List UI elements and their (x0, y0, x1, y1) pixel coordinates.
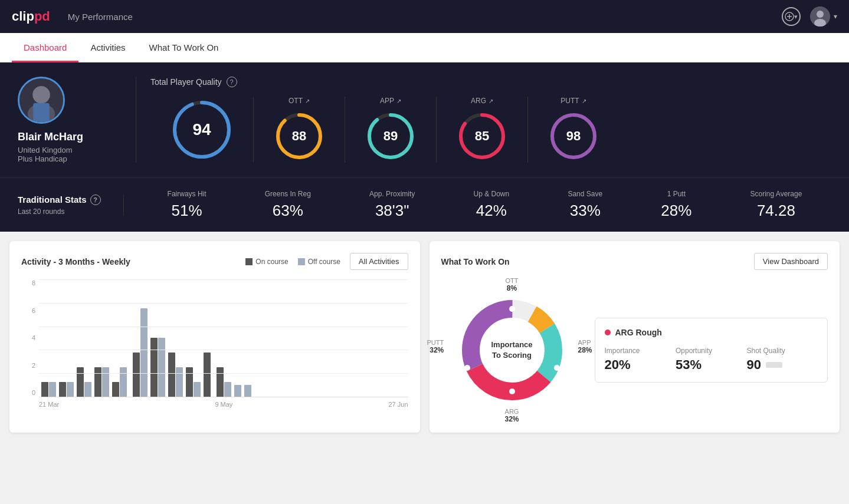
stat-proximity-label: App. Proximity (369, 190, 415, 198)
stat-scoring: Scoring Average 74.28 (750, 190, 802, 220)
app-segment-label: APP (578, 339, 592, 346)
stat-sand: Sand Save 33% (568, 190, 602, 220)
chart-legend: On course Off course (245, 258, 340, 266)
svg-point-26 (554, 365, 560, 371)
arg-value: 85 (475, 129, 489, 144)
tab-what-to-work-on[interactable]: What To Work On (137, 33, 231, 62)
bar-off (234, 385, 241, 397)
all-activities-button[interactable]: All Activities (350, 253, 408, 270)
bar-group (94, 367, 109, 397)
add-button[interactable]: ▾ (782, 7, 801, 26)
stat-scoring-value: 74.28 (757, 202, 795, 220)
stat-scoring-label: Scoring Average (750, 190, 802, 198)
putt-arrow-icon: ↗ (582, 98, 586, 104)
metric-opportunity-value: 53% (676, 357, 747, 373)
info-panel-title-text: ARG Rough (615, 328, 662, 337)
putt-label-pos: PUTT 32% (427, 339, 444, 354)
putt-label: PUTT (560, 97, 579, 105)
info-panel: ARG Rough Importance 20% Opportunity 53%… (595, 318, 828, 383)
bar-on (59, 382, 66, 397)
stats-values: Fairways Hit 51% Greens In Reg 63% App. … (124, 190, 831, 220)
ott-label: OTT (289, 97, 303, 105)
hero-section: Blair McHarg United Kingdom Plus Handica… (0, 62, 849, 177)
svg-point-27 (509, 388, 515, 394)
bar-off (194, 382, 201, 397)
bar-on (77, 367, 84, 397)
arg-label-pos: ARG 32% (504, 408, 519, 423)
nav-tabs: Dashboard Activities What To Work On (0, 33, 849, 62)
metric-shot-quality-value: 90 (747, 357, 818, 373)
x-label-may: 9 May (215, 401, 232, 408)
donut-chart: ImportanceTo Scoring OTT 8% APP 28% ARG … (441, 279, 583, 421)
arg-score: ARG ↗ 85 (437, 97, 528, 163)
traditional-stats: Traditional Stats ? Last 20 rounds Fairw… (0, 177, 849, 232)
legend-off-course-dot (298, 258, 305, 265)
app-segment-percent: 28% (578, 346, 592, 354)
bar-off (244, 385, 251, 397)
logo: clippd (12, 9, 50, 24)
stat-updown-label: Up & Down (474, 190, 510, 198)
quality-bar (766, 362, 782, 368)
bar-on (41, 382, 48, 397)
metric-importance-value: 20% (605, 357, 676, 373)
view-dashboard-button[interactable]: View Dashboard (754, 253, 828, 270)
stat-greens: Greens In Reg 63% (265, 190, 311, 220)
player-avatar (18, 77, 65, 124)
header-title: My Performance (68, 12, 133, 22)
metric-importance: Importance 20% (605, 347, 676, 373)
arg-label: ARG (471, 97, 486, 105)
quality-help-icon[interactable]: ? (227, 77, 237, 87)
app-value: 89 (383, 129, 398, 144)
bar-on (168, 353, 175, 397)
player-name: Blair McHarg (18, 131, 83, 143)
svg-point-4 (817, 11, 824, 18)
donut-center-text: ImportanceTo Scoring (491, 340, 532, 361)
tab-activities[interactable]: Activities (78, 33, 137, 62)
player-info: Blair McHarg United Kingdom Plus Handica… (18, 77, 136, 163)
bar-group (112, 367, 127, 397)
arg-segment-percent: 32% (504, 415, 519, 423)
stat-sand-value: 33% (570, 202, 601, 220)
legend-on-course-dot (245, 258, 253, 265)
traditional-stats-label: Traditional Stats (18, 195, 87, 205)
info-metrics: Importance 20% Opportunity 53% Shot Qual… (605, 347, 818, 373)
metric-opportunity-label: Opportunity (676, 347, 747, 355)
stat-fairways-value: 51% (172, 202, 202, 220)
bar-group (150, 338, 165, 397)
stat-sand-label: Sand Save (568, 190, 602, 198)
avatar (810, 6, 830, 27)
y-label-6: 6 (21, 307, 39, 314)
chart-card: Activity - 3 Months - Weekly On course O… (9, 241, 420, 433)
chart-title: Activity - 3 Months - Weekly (21, 257, 245, 266)
x-label-mar: 21 Mar (39, 401, 59, 408)
main-score: 94 (150, 97, 254, 162)
y-label-8: 8 (21, 279, 39, 286)
quality-scores: 94 OTT ↗ 88 (150, 97, 831, 163)
avatar-button[interactable]: ▾ (810, 6, 837, 27)
putt-segment-percent: 32% (427, 346, 444, 354)
bar-group (41, 382, 56, 397)
ott-score: OTT ↗ 88 (254, 97, 345, 163)
bar-group (186, 367, 201, 397)
header-right: ▾ ▾ (782, 6, 837, 27)
legend-on-course: On course (245, 258, 288, 266)
logo-pd: pd (34, 9, 50, 24)
work-content: ImportanceTo Scoring OTT 8% APP 28% ARG … (441, 279, 828, 421)
app-arrow-icon: ↗ (396, 98, 401, 104)
bar-group (59, 382, 74, 397)
logo-clip: clip (12, 9, 34, 24)
y-label-4: 4 (21, 334, 39, 341)
ott-segment-label: OTT (506, 277, 519, 284)
stats-sub: Last 20 rounds (18, 207, 109, 216)
x-axis: 21 Mar 9 May 27 Jun (39, 401, 408, 408)
bar-on (186, 367, 193, 397)
tab-dashboard[interactable]: Dashboard (12, 33, 78, 62)
app-score: APP ↗ 89 (345, 97, 437, 163)
bar-group (77, 367, 91, 397)
arg-segment-label: ARG (504, 408, 519, 415)
stats-help-icon[interactable]: ? (90, 195, 101, 205)
stat-proximity: App. Proximity 38'3" (369, 190, 415, 220)
player-country: United Kingdom (18, 146, 73, 154)
bar-off (224, 382, 231, 397)
svg-point-28 (464, 365, 470, 371)
